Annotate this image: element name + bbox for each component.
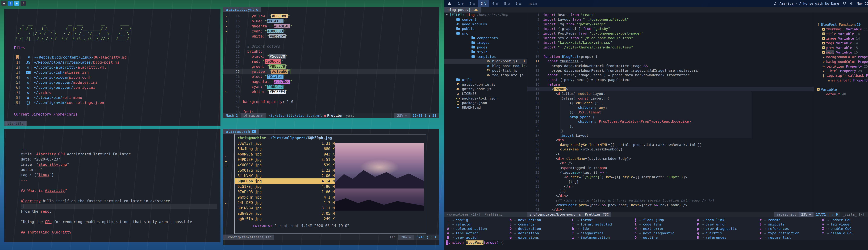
which-key-item-implementation[interactable]: i→implementation [571, 235, 633, 240]
workspace-9[interactable]: 9≣ [513, 0, 524, 7]
explorer-item-images[interactable]: images [444, 40, 527, 45]
which-key-item-quickfix[interactable]: q→quickfix [696, 231, 758, 235]
which-key-item-selected-action[interactable]: A→selected action [446, 226, 509, 231]
yaml-line[interactable]: 24 green: "#98c379" [223, 64, 439, 69]
code-line-9[interactable]: 9 [527, 50, 814, 54]
yaml-line[interactable]: 26 blue: "#61afef" [223, 74, 439, 79]
code-line-35[interactable]: 35 {tags.map((tag, i) => ( [527, 170, 814, 175]
lf-file-row[interactable]: 4bORVJa.jpg943 K [235, 151, 336, 157]
code-line-40[interactable]: 40 </div> [527, 193, 814, 198]
startify-entry[interactable]: [1] JS~/Repos/blog/src/templates/blog-po… [14, 60, 220, 65]
now-playing-label[interactable]: America - A Horse with No Name [779, 2, 839, 5]
code-line-30[interactable]: 30 className={style.markdownBody} [527, 147, 814, 152]
startify-entry[interactable]: [7] ⚙~/.zshrc [14, 90, 220, 95]
explorer-item-package-lock.json[interactable]: {}package-lock.json [444, 96, 527, 101]
lf-file-row[interactable]: 9hMxcHr.jpg4.1 M [235, 195, 336, 200]
which-key-item-outline[interactable]: O→outline [633, 235, 696, 240]
yaml-line[interactable]: 21 bright: [223, 49, 439, 54]
lf-file-row[interactable]: 30iNVBw.jpg3.11 M [235, 205, 336, 211]
code-line-10[interactable]: 10function BlogPost(props) { [527, 54, 814, 59]
code-line-13[interactable]: 13 props.data.markdownRemark.frontmatter… [527, 68, 814, 73]
workspace-8[interactable]: 8✉ [501, 0, 513, 7]
yaml-line[interactable]: 19 [223, 39, 439, 44]
yaml-line[interactable]: 32 [223, 104, 439, 109]
which-key-item-prev-action[interactable]: B→prev action [446, 235, 509, 240]
explorer-item-blog-post.js[interactable]: JSblog-post.jsi [444, 59, 527, 63]
which-key-item-tag-viewer[interactable]: v→tag viewer [821, 222, 868, 226]
which-key-item-snippets[interactable]: S→snippets [758, 222, 821, 226]
code-line-3[interactable]: 3import Img from "gatsby-image" [527, 22, 814, 26]
which-key-item-disable-CoC[interactable]: z→disable CoC [821, 231, 868, 235]
which-key-item-diagnostics[interactable]: I→diagnostics [571, 231, 633, 235]
code-line-42[interactable]: 42 <PostPager prev={prev && prev.node} n… [527, 202, 814, 207]
outline-item[interactable]: xthumbnail Variable:11 [814, 27, 868, 32]
explorer-item-README.md[interactable]: ▼README.md [444, 105, 527, 110]
which-key-item-type-definition[interactable]: t→type definition [758, 231, 821, 235]
workspace-4[interactable]: 4⧉ [490, 0, 501, 7]
yaml-line[interactable]: 25 yellow: "#d19a66" [223, 69, 439, 74]
lf-file-row[interactable]: 3UwJhbg.jpg680 K [235, 146, 336, 151]
workspace-3[interactable]: 3V [478, 0, 489, 7]
lf-file-row[interactable]: 04PDl3F.jpg3.51 M [235, 157, 336, 162]
workspace-2[interactable]: 2▤ [467, 0, 478, 7]
yaml-line[interactable]: ~15 blue: "#81A1C1" [223, 19, 439, 24]
which-key-item-config[interactable]: .→config [446, 218, 509, 222]
outline-item[interactable]: ximage Variable:14 [814, 36, 868, 41]
startify-entry[interactable]: [2] ⚙~/.config/alacritty/alacritty.yml [14, 65, 220, 70]
which-key-item-resume-list[interactable]: u→resume list [758, 235, 821, 240]
code-line-15[interactable]: 15 const { prev, next } = props.pageCont… [527, 78, 814, 82]
tab-alacritty-yml[interactable]: alacritty.yml ⚙ [223, 7, 261, 12]
outline-item[interactable]: ƒBlogPost Function:10 [814, 22, 868, 27]
outline-item[interactable]: xtitle Variable:14 [814, 31, 868, 36]
outline-item[interactable]: ⚒marginLeft Property:36 [814, 78, 868, 83]
explorer-root-row[interactable]: ▾[FILE]: blog /home/chris/Rep [444, 12, 527, 17]
tab-aliases-zsh[interactable]: aliases.zsh >_ [223, 129, 259, 134]
alert-tray-icon[interactable]: ! [21, 1, 26, 6]
code-line-39[interactable]: 39 ))} [527, 189, 814, 193]
yaml-line[interactable]: 27 magenta: "#c678dd" [223, 79, 439, 84]
explorer-item-gatsby-node.js[interactable]: JSgatsby-node.js [444, 87, 527, 91]
explorer-item-node_modules[interactable]: JSnode_modules [444, 22, 527, 26]
code-line-12[interactable]: 12 props.data.markdownRemark.frontmatter… [527, 63, 814, 68]
code-line-6[interactable]: 6import style from "./blog-post.module.l… [527, 36, 814, 40]
outline-item[interactable]: ⚒backgroundColor Property [814, 55, 868, 59]
which-key-item-rename[interactable]: r→rename [758, 218, 821, 222]
explorer-item-LICENSE[interactable]: ⚷LICENSE [444, 91, 527, 96]
lf-file-row[interactable]: 6QbF0pb.jpg4.14 M [235, 178, 336, 184]
which-key-item-open-link[interactable]: o→open link [696, 218, 758, 222]
code-line-33[interactable]: 33 <br /> [527, 161, 814, 166]
yaml-line[interactable]: ~16 magenta: "#B48EAD" [223, 24, 439, 29]
which-key-item-declaration[interactable]: D→declaration [509, 226, 571, 231]
explorer-item-tag-template.js[interactable]: JStag-template.js [444, 73, 527, 78]
code-line-32[interactable]: 32 <div className={style.markdownBody}> [527, 156, 814, 161]
outline-item[interactable]: ⚒backgroundColor Property [814, 59, 868, 64]
code-line-34[interactable]: 34 <span>Tagged in </span> [527, 166, 814, 170]
which-key-item-line-action[interactable]: a→line action [446, 231, 509, 235]
which-key-item-references[interactable]: R→references [696, 235, 758, 240]
yaml-line[interactable]: 18 white: "#abb2bf" [223, 34, 439, 39]
startify-entry[interactable]: [9] {}~/.config/nvim/coc-settings.json [14, 100, 220, 105]
explorer-item-content[interactable]: content [444, 17, 527, 22]
code-line-41[interactable]: 41 {/* <Share title={title} url={url} pa… [527, 198, 814, 203]
code-line-28[interactable]: 28 <div [527, 138, 814, 142]
yaml-line[interactable]: 20 # Bright colors [223, 44, 439, 49]
lf-file-row[interactable]: 5oXQT7g.jpg1.22 M [235, 168, 336, 173]
explorer-item-public[interactable]: public [444, 26, 527, 31]
which-key-item-extensions[interactable]: e→extensions [509, 235, 571, 240]
code-line-11[interactable]: 11 const thumbnail = [527, 59, 814, 63]
code-line-43[interactable]: 43 </div> [527, 207, 814, 212]
outline-item[interactable]: ⚒textAlign Property:25 [814, 64, 868, 68]
code-line-7[interactable]: 7import "katex/dist/katex.min.css" [527, 40, 814, 45]
explorer-item-components[interactable]: components [444, 36, 527, 40]
explorer-item-gatsby-config.js[interactable]: JSgatsby-config.js [444, 82, 527, 87]
outline-item[interactable]: xtags Variable:14 [814, 41, 868, 46]
code-line-4[interactable]: 4import { graphql } from "gatsby" [527, 26, 814, 31]
lf-file-row[interactable]: ad6v9Oy.jpg3.05 M [235, 211, 336, 216]
outline-item[interactable]: ƒtags.map() callback Functi [814, 73, 868, 78]
explorer-item-src[interactable]: src [444, 31, 527, 36]
code-line-36[interactable]: 36 <a href={`/${tag}`} key={i} style={{ … [527, 175, 814, 179]
explorer-item-blog-post.module.le[interactable]: #blog-post.module.le [444, 63, 527, 68]
outline-item[interactable]: xprev Variable:15 [814, 45, 868, 50]
code-line-38[interactable]: 38 </a> [527, 184, 814, 189]
yaml-line[interactable]: 23 red: "#e06c75" [223, 59, 439, 64]
